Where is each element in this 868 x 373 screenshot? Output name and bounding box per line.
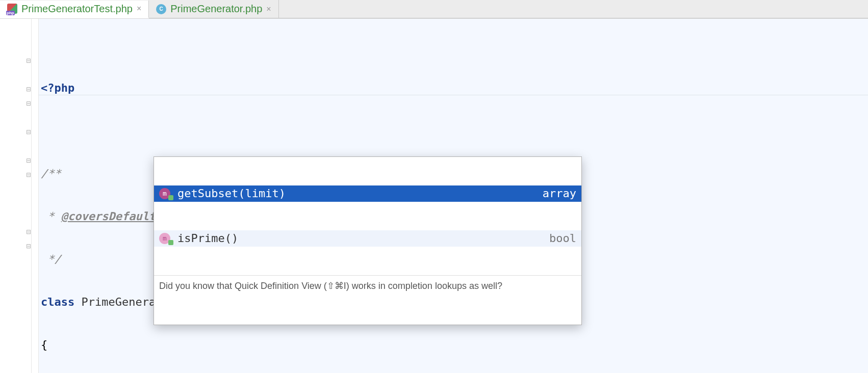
tab-label: PrimeGeneratorTest.php [21, 3, 133, 15]
fold-toggle-icon[interactable]: ⊟ [25, 172, 32, 178]
completion-popup: m getSubset(limit) array m isPrime() boo… [154, 156, 582, 325]
code-area[interactable]: <?php /** * @coversDefaultClass PrimeGen… [39, 19, 868, 373]
completion-hint: Did you know that Quick Definition View … [154, 275, 581, 296]
completion-return-type: array [543, 186, 576, 201]
gutter[interactable]: ⊟ ⊟ ⊟ ⊟ ⊟ ⊟ ⊟ ⊟ [0, 19, 32, 373]
completion-item-isprime[interactable]: m isPrime() bool [154, 230, 581, 247]
docblock-close: */ [41, 253, 61, 265]
fold-toggle-icon[interactable]: ⊟ [25, 58, 32, 64]
brace-open: { [41, 338, 47, 351]
completion-return-type: bool [549, 231, 576, 246]
fold-end-icon[interactable]: ⊟ [25, 86, 32, 92]
method-icon: m [159, 233, 170, 244]
fold-toggle-icon[interactable]: ⊟ [25, 100, 32, 106]
tab-label: PrimeGenerator.php [170, 3, 262, 15]
completion-item-getsubset[interactable]: m getSubset(limit) array [154, 185, 581, 202]
php-open-tag: <?php [41, 82, 74, 94]
tab-prime-generator[interactable]: C PrimeGenerator.php × [149, 0, 278, 18]
docblock-line: * [41, 210, 61, 223]
fold-toggle-icon[interactable]: ⊟ [25, 129, 32, 135]
gutter-marks [32, 19, 39, 373]
close-icon[interactable]: × [137, 4, 141, 13]
editor: ⊟ ⊟ ⊟ ⊟ ⊟ ⊟ ⊟ ⊟ <?php /** * @coversDefau… [0, 18, 868, 373]
completion-item-name: getSubset(limit) [177, 186, 286, 201]
keyword-class: class [41, 296, 74, 308]
fold-end-icon[interactable]: ⊟ [25, 229, 32, 235]
php-test-file-icon [7, 4, 17, 14]
tab-prime-generator-test[interactable]: PrimeGeneratorTest.php × [0, 1, 149, 18]
completion-item-name: isPrime() [177, 231, 238, 246]
fold-end-icon[interactable]: ⊟ [25, 243, 32, 249]
method-icon: m [159, 188, 170, 199]
fold-end-icon[interactable]: ⊟ [25, 157, 32, 164]
docblock-open: /** [41, 167, 61, 180]
php-class-file-icon: C [156, 4, 166, 14]
close-icon[interactable]: × [266, 5, 271, 14]
tab-bar: PrimeGeneratorTest.php × C PrimeGenerato… [0, 0, 868, 18]
